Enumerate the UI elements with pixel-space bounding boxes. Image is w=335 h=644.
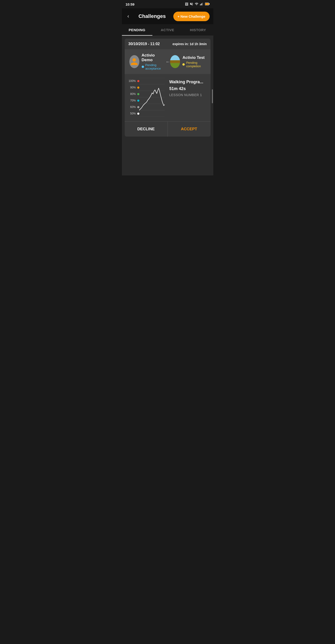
participants-row: Activio Demo Pending acceptance ← <box>125 49 210 74</box>
challenger: Activio Demo Pending acceptance <box>129 53 166 70</box>
status-bar: 10:59 🖼 <box>122 0 213 8</box>
chart-pct-70: 70% <box>128 99 136 102</box>
chart-svg <box>139 78 165 117</box>
card-expires: expires in: 1d 1h 3min <box>172 42 206 46</box>
chart-pct-90: 90% <box>128 86 136 89</box>
tab-bar: PENDING ACTIVE HISTORY <box>122 24 213 36</box>
challenged-status-label: Pending completion <box>186 61 206 68</box>
chart-area: 100% 90% 80% 70% <box>128 78 166 118</box>
svg-rect-3 <box>202 2 203 5</box>
decline-button[interactable]: DECLINE <box>125 122 168 136</box>
svg-rect-2 <box>202 3 202 5</box>
workout-duration: 51m 42s <box>169 86 186 91</box>
card-header: 30/10/2019 - 11:02 expires in: 1d 1h 3mi… <box>125 38 210 49</box>
accept-button[interactable]: ACCEPT <box>168 122 210 136</box>
new-challenge-button[interactable]: + New Challenge <box>173 12 210 21</box>
card-area: 30/10/2019 - 11:02 expires in: 1d 1h 3mi… <box>122 36 213 176</box>
svg-rect-0 <box>200 4 200 5</box>
card-body: 100% 90% 80% 70% <box>125 74 210 122</box>
battery-icon: ⚡ <box>205 2 210 6</box>
svg-text:⚡: ⚡ <box>206 3 208 5</box>
tab-history[interactable]: HISTORY <box>183 24 213 36</box>
status-icons: 🖼 ⚡ <box>185 2 210 6</box>
chart-pct-50: 50% <box>128 112 136 115</box>
challenger-avatar <box>129 55 139 68</box>
challenged-avatar <box>170 55 180 68</box>
back-button[interactable]: ‹ <box>126 12 131 20</box>
challenger-status-dot <box>142 66 144 68</box>
challenger-info: Activio Demo Pending acceptance <box>142 53 166 70</box>
tab-pending[interactable]: PENDING <box>122 24 152 36</box>
workout-title-row: Walking Progra... 51m 42s <box>169 80 207 91</box>
challenged-info: Activio Test Pending completion <box>182 55 206 68</box>
mute-icon <box>190 2 193 6</box>
image-icon: 🖼 <box>185 2 188 6</box>
challenger-status-label: Pending acceptance <box>146 63 166 70</box>
scroll-indicator <box>212 89 213 103</box>
workout-lesson: LESSON NUMBER 1 <box>169 93 207 97</box>
challenged-status-dot <box>182 63 185 66</box>
workout-name: Walking Progra... <box>169 80 203 84</box>
svg-rect-5 <box>209 3 210 4</box>
wifi-icon <box>195 2 198 6</box>
challenged-name: Activio Test <box>182 55 206 60</box>
main-content: PENDING ACTIVE HISTORY 30/10/2019 - 11:0… <box>122 24 213 176</box>
avatar-landscape-bg <box>170 55 180 68</box>
header: ‹ Challenges + New Challenge <box>122 8 213 24</box>
chart-pct-100: 100% <box>128 79 136 82</box>
challenged-status: Pending completion <box>182 61 206 68</box>
card-actions: DECLINE ACCEPT <box>125 122 210 136</box>
svg-rect-1 <box>201 4 201 5</box>
signal-icon <box>200 2 204 6</box>
challenger-status: Pending acceptance <box>142 63 166 70</box>
page-title: Challenges <box>131 13 173 19</box>
tab-active[interactable]: ACTIVE <box>152 24 183 36</box>
chart-pct-60: 60% <box>128 106 136 109</box>
challenge-arrow: ← <box>166 59 170 64</box>
chart-pct-80: 80% <box>128 92 136 96</box>
challenged: Activio Test Pending completion <box>170 55 206 68</box>
status-time: 10:59 <box>126 2 134 6</box>
challenge-card: 30/10/2019 - 11:02 expires in: 1d 1h 3mi… <box>125 38 210 136</box>
challenger-name: Activio Demo <box>142 53 166 62</box>
card-date: 30/10/2019 - 11:02 <box>128 42 160 46</box>
workout-info: Walking Progra... 51m 42s LESSON NUMBER … <box>169 78 207 97</box>
